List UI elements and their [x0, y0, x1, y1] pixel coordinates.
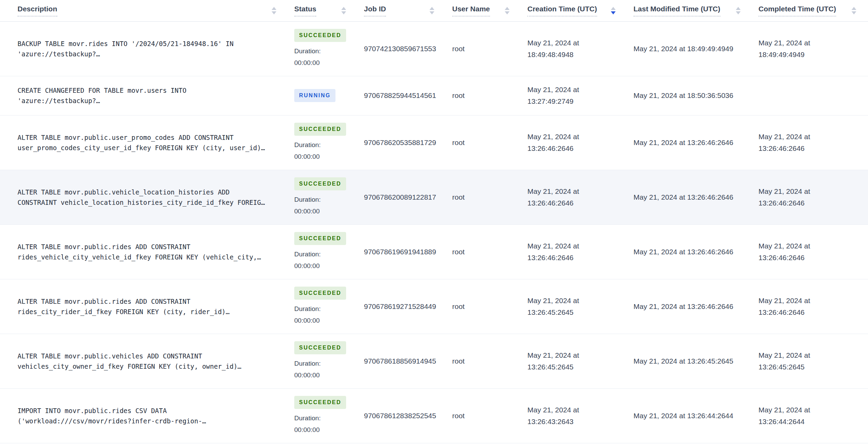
column-header-label[interactable]: User Name — [452, 5, 490, 16]
table-row[interactable]: ALTER TABLE movr.public.rides ADD CONSTR… — [0, 279, 868, 334]
completed-time-cell: May 21, 2024 at 13:26:45:2645 — [758, 334, 868, 388]
column-header-status[interactable]: Status — [294, 0, 364, 21]
jobs-table-body: BACKUP TABLE movr.rides INTO '/2024/05/2… — [0, 21, 868, 443]
column-header-label[interactable]: Last Modified Time (UTC) — [633, 5, 720, 16]
column-header-label[interactable]: Status — [294, 5, 316, 16]
sort-ascending-icon[interactable] — [430, 7, 434, 10]
creation-time-value: May 21, 2024 at 13:26:45:2645 — [527, 349, 613, 373]
creation-time-value: May 21, 2024 at 18:49:48:4948 — [527, 37, 613, 60]
duration-label: Duration: — [294, 194, 364, 206]
status-cell: RUNNING — [294, 76, 364, 115]
column-header-user-name[interactable]: User Name — [452, 0, 527, 21]
creation-time-cell: May 21, 2024 at 13:26:43:2643 — [527, 388, 633, 443]
job-description-link[interactable]: ALTER TABLE movr.public.vehicle_location… — [18, 187, 269, 208]
job-description-link[interactable]: ALTER TABLE movr.public.rides ADD CONSTR… — [18, 242, 269, 262]
column-header-completed-time-utc[interactable]: Completed Time (UTC) — [758, 0, 868, 21]
sort-descending-icon[interactable] — [272, 11, 276, 14]
last-modified-time-value: May 21, 2024 at 13:26:46:2646 — [633, 246, 741, 258]
status-badge: RUNNING — [294, 89, 335, 102]
sort-arrows-icon[interactable] — [430, 7, 434, 14]
completed-time-cell: May 21, 2024 at 18:49:49:4949 — [758, 21, 868, 76]
creation-time-cell: May 21, 2024 at 18:49:48:4948 — [527, 21, 633, 76]
job-description-link[interactable]: ALTER TABLE movr.public.rides ADD CONSTR… — [18, 296, 269, 317]
sort-ascending-icon[interactable] — [272, 7, 276, 10]
sort-arrows-icon[interactable] — [272, 7, 276, 14]
column-header-label[interactable]: Job ID — [364, 5, 386, 16]
user-name-value: root — [452, 45, 465, 53]
column-header-label[interactable]: Description — [18, 5, 57, 16]
status-cell: SUCCEEDED Duration: 00:00:00 — [294, 170, 364, 224]
last-modified-time-cell: May 21, 2024 at 13:26:46:2646 — [633, 279, 758, 334]
column-header-last-modified-time-utc[interactable]: Last Modified Time (UTC) — [633, 0, 758, 21]
sort-ascending-icon[interactable] — [505, 7, 510, 10]
table-row[interactable]: ALTER TABLE movr.public.user_promo_codes… — [0, 115, 868, 170]
table-row[interactable]: ALTER TABLE movr.public.vehicles ADD CON… — [0, 334, 868, 388]
user-name-value: root — [452, 138, 465, 146]
sort-descending-icon[interactable] — [341, 11, 346, 14]
sort-descending-icon[interactable] — [852, 11, 856, 14]
status-cell: SUCCEEDED Duration: 00:00:00 — [294, 334, 364, 388]
sort-arrows-icon[interactable] — [341, 7, 346, 14]
sort-ascending-icon[interactable] — [611, 7, 616, 10]
job-id-cell: 970678618856914945 — [364, 334, 452, 388]
table-row[interactable]: IMPORT INTO movr.public.rides CSV DATA (… — [0, 388, 868, 443]
sort-arrows-icon[interactable] — [611, 7, 616, 14]
creation-time-cell: May 21, 2024 at 13:26:46:2646 — [527, 224, 633, 279]
duration-value: 00:00:00 — [294, 57, 364, 69]
table-row[interactable]: BACKUP TABLE movr.rides INTO '/2024/05/2… — [0, 21, 868, 76]
column-header-job-id[interactable]: Job ID — [364, 0, 452, 21]
creation-time-value: May 21, 2024 at 13:26:45:2645 — [527, 295, 613, 318]
job-id-value: 970742130859671553 — [364, 45, 436, 53]
job-id-cell: 970742130859671553 — [364, 21, 452, 76]
sort-arrows-icon[interactable] — [505, 7, 510, 14]
table-row[interactable]: ALTER TABLE movr.public.rides ADD CONSTR… — [0, 224, 868, 279]
description-cell: ALTER TABLE movr.public.vehicles ADD CON… — [0, 334, 294, 388]
duration-label: Duration: — [294, 358, 364, 369]
creation-time-value: May 21, 2024 at 13:26:46:2646 — [527, 131, 613, 154]
creation-time-cell: May 21, 2024 at 13:26:45:2645 — [527, 279, 633, 334]
creation-time-value: May 21, 2024 at 13:27:49:2749 — [527, 84, 613, 107]
job-id-value: 970678619271528449 — [364, 302, 436, 310]
sort-arrows-icon[interactable] — [736, 7, 741, 14]
last-modified-time-cell: May 21, 2024 at 18:49:49:4949 — [633, 21, 758, 76]
sort-descending-icon[interactable] — [611, 11, 616, 14]
job-description-link[interactable]: IMPORT INTO movr.public.rides CSV DATA (… — [18, 406, 269, 426]
column-header-inner: Status — [294, 5, 364, 16]
status-badge: SUCCEEDED — [294, 29, 346, 42]
job-description-link[interactable]: CREATE CHANGEFEED FOR TABLE movr.users I… — [18, 85, 269, 106]
job-description-link[interactable]: ALTER TABLE movr.public.user_promo_codes… — [18, 132, 269, 153]
duration-value: 00:00:00 — [294, 260, 364, 272]
table-row[interactable]: ALTER TABLE movr.public.vehicle_location… — [0, 170, 868, 224]
creation-time-value: May 21, 2024 at 13:26:43:2643 — [527, 404, 613, 428]
sort-descending-icon[interactable] — [505, 11, 510, 14]
column-header-inner: User Name — [452, 5, 527, 16]
last-modified-time-cell: May 21, 2024 at 13:26:46:2646 — [633, 115, 758, 170]
job-id-cell: 970678619691941889 — [364, 224, 452, 279]
column-header-description[interactable]: Description — [0, 0, 294, 21]
last-modified-time-value: May 21, 2024 at 18:50:36:5036 — [633, 90, 741, 101]
user-name-cell: root — [452, 388, 527, 443]
status-badge: SUCCEEDED — [294, 396, 346, 409]
sort-arrows-icon[interactable] — [852, 7, 856, 14]
job-description-link[interactable]: BACKUP TABLE movr.rides INTO '/2024/05/2… — [18, 38, 269, 59]
sort-descending-icon[interactable] — [430, 11, 434, 14]
column-header-label[interactable]: Completed Time (UTC) — [758, 5, 836, 16]
sort-ascending-icon[interactable] — [852, 7, 856, 10]
last-modified-time-cell: May 21, 2024 at 13:26:44:2644 — [633, 388, 758, 443]
duration-value: 00:00:00 — [294, 315, 364, 326]
column-header-label[interactable]: Creation Time (UTC) — [527, 5, 597, 16]
duration-label: Duration: — [294, 45, 364, 57]
sort-ascending-icon[interactable] — [341, 7, 346, 10]
job-description-link[interactable]: ALTER TABLE movr.public.vehicles ADD CON… — [18, 351, 269, 371]
completed-time-cell: May 21, 2024 at 13:26:46:2646 — [758, 170, 868, 224]
user-name-value: root — [452, 412, 465, 420]
duration-value: 00:00:00 — [294, 206, 364, 217]
table-row[interactable]: CREATE CHANGEFEED FOR TABLE movr.users I… — [0, 76, 868, 115]
sort-ascending-icon[interactable] — [736, 7, 741, 10]
description-cell: ALTER TABLE movr.public.rides ADD CONSTR… — [0, 224, 294, 279]
duration-label: Duration: — [294, 303, 364, 315]
sort-descending-icon[interactable] — [736, 11, 741, 14]
status-cell: SUCCEEDED Duration: 00:00:00 — [294, 388, 364, 443]
column-header-creation-time-utc[interactable]: Creation Time (UTC) — [527, 0, 633, 21]
completed-time-cell: May 21, 2024 at 13:26:46:2646 — [758, 224, 868, 279]
